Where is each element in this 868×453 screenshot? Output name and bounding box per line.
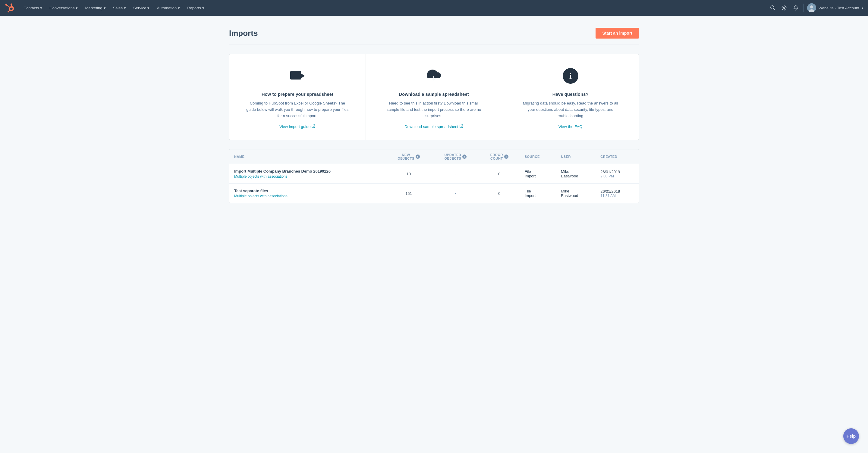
download-sample-link[interactable]: Download sample spreadsheet <box>404 124 463 129</box>
created-cell: 26/01/2019 2:00 PM <box>595 164 639 184</box>
faq-card-title: Have questions? <box>553 92 589 97</box>
settings-icon[interactable] <box>780 4 788 12</box>
svg-point-4 <box>810 5 813 8</box>
nav-divider <box>803 4 804 12</box>
table-row[interactable]: Test separate files Multiple objects wit… <box>229 184 639 203</box>
col-source: SOURCE <box>520 150 556 164</box>
chevron-down-icon: ▾ <box>124 6 126 10</box>
chevron-down-icon: ▾ <box>104 6 106 10</box>
updated-objects-info-icon[interactable]: i <box>462 155 467 159</box>
notifications-icon[interactable] <box>792 4 800 12</box>
video-icon <box>288 66 307 86</box>
created-cell: 26/01/2019 11:31 AM <box>595 184 639 203</box>
col-created: CREATED <box>595 150 639 164</box>
nav-sales[interactable]: Sales ▾ <box>110 4 129 12</box>
download-card-title: Download a sample spreadsheet <box>399 92 469 97</box>
info-cards: How to prepare your spreadsheet Coming t… <box>229 54 639 140</box>
nav-service[interactable]: Service ▾ <box>130 4 153 12</box>
nav-menu: Contacts ▾ Conversations ▾ Marketing ▾ S… <box>21 4 769 12</box>
info-circle-icon: i <box>561 66 580 86</box>
faq-card-description: Migrating data should be easy. Read the … <box>519 100 622 119</box>
imports-table: NAME NEW OBJECTS i UPDATED OBJECTS i <box>229 149 639 203</box>
nav-contacts[interactable]: Contacts ▾ <box>21 4 45 12</box>
chevron-down-icon: ▾ <box>40 6 42 10</box>
video-card-description: Coming to HubSpot from Excel or Google S… <box>246 100 349 119</box>
download-card: Download a sample spreadsheet Need to se… <box>366 54 502 140</box>
chevron-down-icon: ▾ <box>147 6 150 10</box>
start-import-button[interactable]: Start an import <box>595 28 639 38</box>
user-cell: MikeEastwood <box>556 164 595 184</box>
import-name-cell: Import Multiple Company Branches Demo 20… <box>229 164 385 184</box>
table-body: Import Multiple Company Branches Demo 20… <box>229 164 639 203</box>
external-link-icon <box>312 124 315 129</box>
hubspot-logo[interactable] <box>5 2 16 13</box>
nav-marketing[interactable]: Marketing ▾ <box>82 4 108 12</box>
download-cloud-icon <box>424 66 443 86</box>
view-faq-link[interactable]: View the FAQ <box>558 124 582 129</box>
page-title: Imports <box>229 29 258 38</box>
imports-data-table: NAME NEW OBJECTS i UPDATED OBJECTS i <box>229 150 639 203</box>
table-row[interactable]: Import Multiple Company Branches Demo 20… <box>229 164 639 184</box>
page-content: Imports Start an import How to prepare y… <box>217 16 651 221</box>
new-objects-info-icon[interactable]: i <box>415 155 420 159</box>
view-import-guide-link[interactable]: View import guide <box>279 124 315 129</box>
video-card: How to prepare your spreadsheet Coming t… <box>229 54 366 140</box>
svg-text:i: i <box>569 71 572 80</box>
new-objects-cell: 151 <box>385 184 432 203</box>
svg-marker-7 <box>301 73 305 78</box>
faq-card: i Have questions? Migrating data should … <box>502 54 639 140</box>
col-updated-objects: UPDATED OBJECTS i <box>432 150 479 164</box>
page-header: Imports Start an import <box>229 28 639 38</box>
nav-reports[interactable]: Reports ▾ <box>184 4 207 12</box>
navbar-right: Webalite - Test Account ▾ <box>769 3 863 12</box>
search-icon[interactable] <box>769 4 777 12</box>
error-count-cell: 0 <box>479 184 520 203</box>
user-account-name: Webalite - Test Account <box>818 6 859 10</box>
updated-objects-cell: - <box>432 164 479 184</box>
source-cell: FileImport <box>520 164 556 184</box>
new-objects-cell: 10 <box>385 164 432 184</box>
source-cell: FileImport <box>520 184 556 203</box>
svg-point-2 <box>783 7 785 9</box>
user-chevron-icon: ▾ <box>862 6 863 10</box>
chevron-down-icon: ▾ <box>178 6 180 10</box>
navbar: Contacts ▾ Conversations ▾ Marketing ▾ S… <box>0 0 868 16</box>
chevron-down-icon: ▾ <box>202 6 204 10</box>
svg-rect-6 <box>290 71 301 79</box>
video-card-title: How to prepare your spreadsheet <box>261 92 333 97</box>
avatar <box>807 3 816 12</box>
col-user: USER <box>556 150 595 164</box>
external-link-icon <box>460 124 463 129</box>
svg-line-1 <box>773 9 775 10</box>
download-card-description: Need to see this in action first? Downlo… <box>382 100 485 119</box>
user-cell: MikeEastwood <box>556 184 595 203</box>
chevron-down-icon: ▾ <box>76 6 78 10</box>
col-error-count: ERROR COUNT i <box>479 150 520 164</box>
header-divider <box>229 44 639 45</box>
user-menu[interactable]: Webalite - Test Account ▾ <box>807 3 863 12</box>
error-count-cell: 0 <box>479 164 520 184</box>
nav-conversations[interactable]: Conversations ▾ <box>46 4 81 12</box>
nav-automation[interactable]: Automation ▾ <box>154 4 183 12</box>
updated-objects-cell: - <box>432 184 479 203</box>
table-header: NAME NEW OBJECTS i UPDATED OBJECTS i <box>229 150 639 164</box>
col-name: NAME <box>229 150 385 164</box>
error-count-info-icon[interactable]: i <box>504 155 508 159</box>
col-new-objects: NEW OBJECTS i <box>385 150 432 164</box>
import-name-cell: Test separate files Multiple objects wit… <box>229 184 385 203</box>
